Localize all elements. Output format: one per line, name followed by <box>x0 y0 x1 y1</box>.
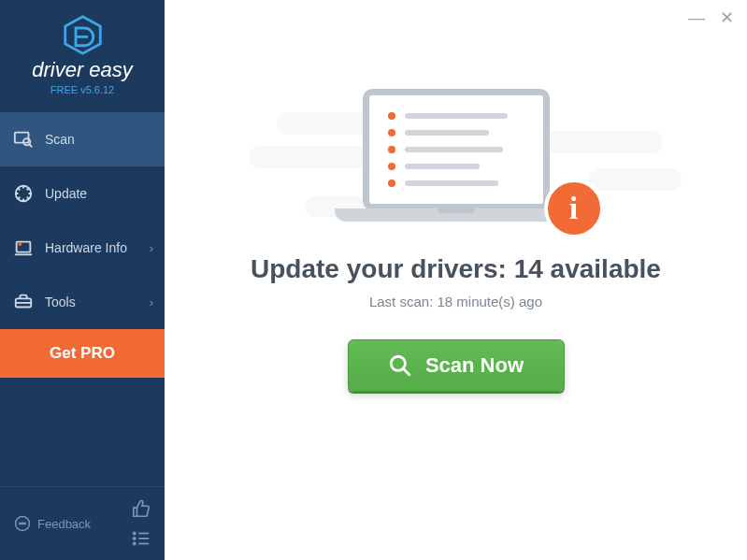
nav-item-tools[interactable]: Tools › <box>0 275 165 329</box>
sidebar-right-icons <box>131 498 151 549</box>
nav-item-hardware-info[interactable]: Hardware Info › <box>0 221 165 275</box>
nav-label: Update <box>45 186 87 201</box>
nav: Scan Update <box>0 112 165 329</box>
available-count: 14 <box>514 254 543 283</box>
svg-point-13 <box>22 523 22 524</box>
close-button[interactable]: ✕ <box>720 9 734 26</box>
scan-now-label: Scan Now <box>425 353 524 378</box>
nav-item-update[interactable]: Update <box>0 166 165 221</box>
svg-point-15 <box>134 532 136 534</box>
app-logo-icon <box>62 14 104 56</box>
get-pro-label: Get PRO <box>50 344 115 362</box>
feedback-icon <box>13 514 32 533</box>
main-content: — ✕ i Update your drivers: 14 available <box>165 0 747 560</box>
svg-rect-2 <box>15 133 29 143</box>
laptop-illustration: i <box>335 89 578 222</box>
headline-prefix: Update your drivers: <box>251 254 514 283</box>
tools-icon <box>13 292 34 312</box>
nav-label: Hardware Info <box>45 240 127 255</box>
scan-now-button[interactable]: Scan Now <box>348 339 565 392</box>
feedback-button[interactable]: Feedback <box>13 514 91 533</box>
headline: Update your drivers: 14 available <box>251 254 661 284</box>
title-bar-controls: — ✕ <box>688 9 734 26</box>
info-badge-icon: i <box>544 179 604 238</box>
thumbs-up-icon[interactable] <box>131 498 151 519</box>
svg-point-17 <box>134 542 136 544</box>
search-icon <box>388 353 412 378</box>
svg-marker-0 <box>65 17 100 53</box>
chevron-right-icon: › <box>150 241 153 255</box>
svg-line-4 <box>29 145 32 148</box>
svg-point-16 <box>134 538 136 539</box>
chevron-right-icon: › <box>150 295 153 309</box>
app-window: driver easy FREE v5.6.12 Scan <box>0 0 747 560</box>
svg-point-8 <box>19 243 22 247</box>
hardware-info-icon <box>13 237 34 258</box>
app-version: FREE v5.6.12 <box>0 84 165 95</box>
get-pro-button[interactable]: Get PRO <box>0 329 165 378</box>
update-icon <box>13 183 34 204</box>
feedback-label: Feedback <box>37 517 91 531</box>
svg-point-12 <box>20 523 21 524</box>
svg-point-14 <box>24 523 25 524</box>
sidebar-bottom-bar: Feedback <box>0 486 165 560</box>
app-name: driver easy <box>0 58 165 82</box>
nav-item-scan[interactable]: Scan <box>0 112 165 166</box>
sidebar: driver easy FREE v5.6.12 Scan <box>0 0 165 560</box>
nav-label: Tools <box>45 294 76 309</box>
last-scan-text: Last scan: 18 minute(s) ago <box>369 294 542 309</box>
logo-section: driver easy FREE v5.6.12 <box>0 0 165 105</box>
minimize-button[interactable]: — <box>688 9 705 26</box>
svg-line-22 <box>404 369 409 375</box>
headline-suffix: available <box>543 254 661 283</box>
nav-label: Scan <box>45 132 75 147</box>
list-icon[interactable] <box>131 528 151 549</box>
scan-icon <box>13 129 34 150</box>
